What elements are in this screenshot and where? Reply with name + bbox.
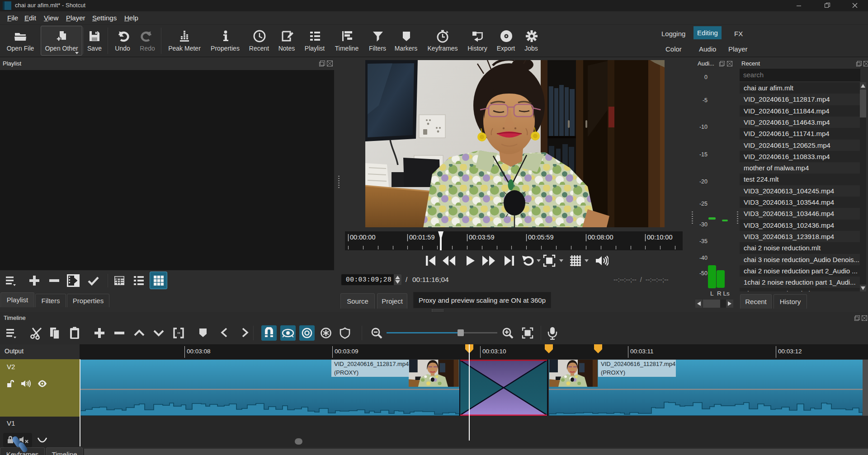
svg-text:00:01:59: 00:01:59	[409, 234, 434, 241]
svg-text:00:05:59: 00:05:59	[528, 234, 553, 241]
svg-text:00:00:00: 00:00:00	[350, 234, 375, 241]
svg-text:00:03:59: 00:03:59	[469, 234, 494, 241]
svg-text:00:10:00: 00:10:00	[647, 234, 672, 241]
svg-text:00:08:00: 00:08:00	[588, 234, 613, 241]
